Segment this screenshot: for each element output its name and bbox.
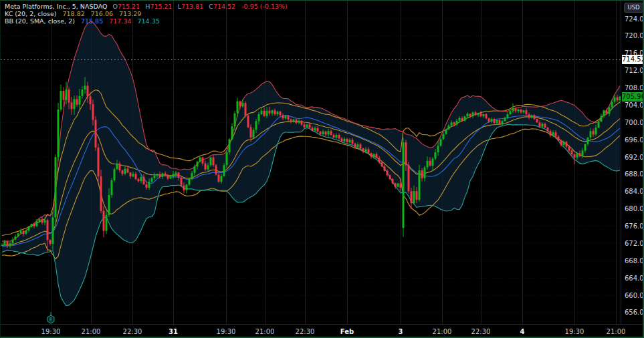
bb-basis-value: 715.85 — [81, 17, 103, 25]
candle-body — [250, 127, 252, 138]
candle-body — [354, 144, 356, 147]
time-axis[interactable]: 19:3021:0022:303119:3021:0022:30Feb321:0… — [1, 324, 644, 338]
candle-body — [138, 179, 140, 181]
candle-body — [603, 110, 605, 116]
candle-body — [237, 102, 239, 114]
candle-body — [563, 142, 565, 145]
candle-body — [178, 172, 180, 178]
candle-body — [143, 177, 145, 184]
candle-body — [68, 90, 70, 102]
symbol-row[interactable]: Meta Platforms, Inc., 5, NASDAQ O715.21 … — [5, 3, 288, 10]
time-tick-label: Feb — [334, 328, 360, 335]
close-label: C — [209, 3, 213, 10]
candle-body — [365, 149, 367, 152]
candle-body — [614, 98, 616, 102]
candle-body — [298, 121, 300, 123]
candle-body — [395, 184, 397, 187]
candle-body — [387, 171, 389, 175]
candle-body — [568, 147, 570, 151]
candle-body — [114, 169, 116, 180]
price-chart-canvas[interactable]: E — [1, 1, 621, 324]
candle-body — [175, 172, 177, 174]
candle-body — [317, 128, 319, 132]
time-tick-label: 3 — [387, 328, 414, 335]
time-tick-label: 22:30 — [467, 328, 494, 335]
candle-body — [461, 118, 463, 121]
candle-body — [44, 220, 46, 223]
chart-plot-area[interactable]: E — [1, 1, 621, 324]
candle-body — [285, 116, 287, 119]
price-tick-label: 724.00 — [625, 15, 644, 23]
candle-body — [33, 224, 35, 226]
price-tick-label: 688.00 — [625, 170, 644, 178]
candle-body — [181, 178, 183, 186]
candle-body — [173, 174, 175, 176]
candle-body — [272, 110, 274, 114]
currency-usd-button[interactable]: USD — [624, 3, 643, 13]
candle-body — [453, 122, 455, 124]
candle-body — [376, 154, 378, 158]
candle-body — [296, 120, 298, 123]
candle-body — [119, 164, 121, 170]
kc-upper-value: 718.82 — [63, 10, 85, 17]
candle-body — [491, 119, 493, 122]
candle-body — [499, 120, 501, 124]
prev-close-price-label: 714.52 — [622, 55, 644, 64]
open-label: O — [112, 3, 117, 10]
candle-body — [261, 111, 263, 114]
candle-body — [197, 162, 199, 166]
candle-body — [456, 121, 458, 125]
candle-body — [90, 96, 92, 104]
candle-body — [486, 114, 488, 118]
candle-body — [333, 135, 335, 138]
candle-body — [528, 114, 530, 118]
candle-body — [504, 118, 506, 121]
kc-label: KC (20, 2, close) — [5, 10, 56, 17]
candle-body — [28, 227, 30, 230]
price-axis[interactable]: USD 724.00720.00716.00712.00708.00704.00… — [622, 1, 644, 324]
candle-body — [263, 111, 265, 116]
candle-body — [154, 176, 156, 178]
candle-body — [370, 153, 372, 156]
candle-body — [547, 128, 549, 131]
candle-body — [47, 220, 49, 240]
candle-body — [130, 172, 132, 176]
candle-body — [552, 132, 554, 136]
price-tick-label: 704.00 — [625, 102, 644, 109]
candle-body — [63, 91, 65, 100]
bb-label: BB (20, SMA, close, 2) — [5, 17, 75, 25]
candle-body — [609, 108, 611, 114]
candle-body — [76, 99, 78, 104]
candle-body — [459, 118, 461, 121]
kc-indicator-row[interactable]: KC (20, 2, close) 718.82 716.06 713.29 — [5, 10, 288, 17]
candle-body — [71, 103, 73, 110]
time-tick-label: 22:30 — [119, 328, 146, 335]
candle-body — [593, 131, 595, 134]
price-tick-label: 676.00 — [625, 222, 644, 230]
candle-body — [539, 122, 541, 126]
candle-body — [469, 114, 471, 116]
candle-body — [338, 135, 340, 138]
candle-body — [536, 119, 538, 122]
candle-body — [336, 135, 338, 138]
bb-lower-value: 714.35 — [138, 17, 160, 25]
candle-body — [437, 146, 439, 152]
candle-body — [357, 144, 359, 147]
candle-body — [566, 142, 568, 146]
candle-body — [411, 191, 413, 203]
time-tick-label: 22:30 — [292, 328, 318, 335]
candle-body — [221, 176, 223, 182]
candle-body — [15, 236, 17, 240]
bb-indicator-row[interactable]: BB (20, SMA, close, 2) 715.85 717.34 714… — [5, 17, 288, 25]
candle-body — [148, 182, 150, 188]
change-value: -0.95 (-0.13%) — [241, 3, 288, 10]
candle-body — [606, 110, 608, 114]
candle-body — [95, 120, 97, 147]
candle-body — [346, 139, 348, 142]
candle-body — [314, 128, 316, 131]
price-tick-label: 708.00 — [625, 84, 644, 92]
candle-body — [146, 184, 148, 188]
candle-body — [282, 115, 284, 118]
candle-body — [167, 176, 169, 179]
price-tick-label: 664.00 — [625, 275, 644, 282]
